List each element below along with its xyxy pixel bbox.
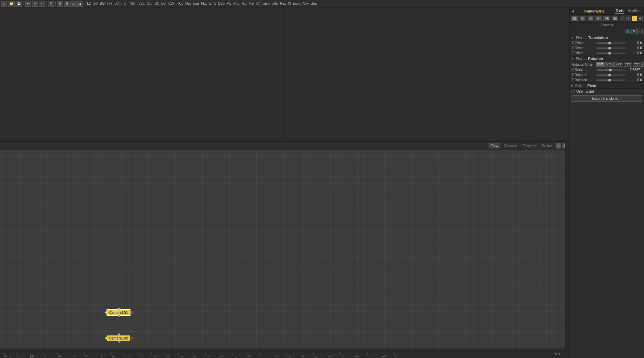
rot-btn-zyx[interactable]: ZYX	[642, 62, 644, 67]
settings-icon-2[interactable]: ⚙	[638, 16, 643, 21]
scene-btn-s3[interactable]: S3	[587, 16, 594, 21]
x-offset-handle[interactable]	[608, 42, 611, 44]
rot-btn-yxz[interactable]: YXZ	[614, 62, 623, 67]
rot-btn-zxy[interactable]: ZXY	[633, 62, 642, 67]
svg-text:580: 580	[381, 355, 386, 358]
translation-pick[interactable]: Pick....	[575, 36, 587, 40]
toolbar-sep-3	[55, 1, 56, 6]
toolbar-redo-icon[interactable]: ↪	[32, 1, 38, 7]
scene-btn-s6[interactable]: S6	[611, 16, 618, 21]
scene-btn-s4[interactable]: S4	[595, 16, 602, 21]
arrow-icon[interactable]: →	[620, 16, 625, 21]
z-rotation-slider[interactable]	[596, 79, 625, 81]
toolbar-open-btn[interactable]: 📁	[8, 1, 15, 7]
y-rotation-handle[interactable]	[608, 74, 611, 76]
y-rotation-row: Y Rotation 0.0	[569, 72, 644, 77]
toolbar-box-btn[interactable]: □	[70, 1, 77, 7]
info-icon-2[interactable]: i	[637, 29, 643, 34]
mode-raz: Raz	[279, 2, 287, 5]
use-target-checkbox[interactable]	[572, 90, 575, 93]
right-panel: ◀ Camera3D1 Tools Modifiers S1 S2 S3 S4 …	[569, 7, 644, 358]
mode-ply: Ply	[226, 2, 232, 5]
mode-3m: 3m	[123, 2, 129, 5]
svg-text:320: 320	[206, 355, 211, 358]
y-rotation-track[interactable]	[596, 74, 625, 76]
viewport-right[interactable]	[285, 7, 569, 141]
z-offset-handle[interactable]	[608, 52, 611, 55]
rot-btn-xyz[interactable]: XYZ	[596, 62, 605, 67]
camera-node-1[interactable]: Camera3D1	[105, 310, 133, 315]
tab-modifiers[interactable]: Modifiers	[627, 9, 642, 13]
bottom-vertical-scrollbar[interactable]	[565, 142, 569, 353]
use-target-row: Use Target	[569, 89, 644, 94]
import-transform-btn[interactable]: Import Transform....	[572, 95, 642, 102]
z-offset-slider[interactable]	[596, 53, 625, 54]
node-connector-top-1[interactable]	[118, 308, 120, 310]
pivot-pick[interactable]: Pick....	[575, 84, 586, 88]
toolbar-x-btn[interactable]: ✗	[48, 1, 54, 7]
toolbar-file-btn[interactable]: □	[1, 1, 7, 7]
person-icon[interactable]: 👤	[625, 29, 631, 34]
camera-node-2[interactable]: Camera3D2	[105, 335, 133, 341]
info-icon[interactable]: i	[556, 143, 561, 149]
scene-btn-s1[interactable]: S1	[571, 16, 578, 21]
tab-tools[interactable]: Tools	[615, 9, 624, 13]
collapse-icon[interactable]: ◀	[572, 9, 574, 13]
mode-prn: pRn	[271, 2, 279, 5]
scene-btn-s2[interactable]: S2	[579, 16, 586, 21]
toolbar-save-btn[interactable]: 💾	[16, 1, 22, 7]
node-body-1[interactable]: Camera3D1	[107, 310, 130, 315]
bottom-horizontal-scrollbar[interactable]	[0, 349, 565, 353]
viewport-left[interactable]	[0, 7, 285, 141]
ruler-svg: 2040608010012014016018020022024026028030…	[0, 353, 405, 358]
y-rotation-slider[interactable]	[596, 74, 625, 76]
toolbar-cut-icon[interactable]: ✂	[39, 1, 45, 7]
y-offset-slider[interactable]	[596, 47, 625, 49]
toolbar-grid2-btn[interactable]: ⊟	[64, 1, 70, 7]
scene-btn-s5[interactable]: S5	[603, 16, 610, 21]
tab-flow[interactable]: Flow	[489, 143, 500, 149]
tab-timeline[interactable]: Timeline	[521, 143, 538, 149]
mode-bg: BG	[99, 2, 105, 5]
x-rotation-row: X Rotation 7.56871	[569, 67, 644, 72]
flow-canvas[interactable]: Camera3D1 Camera3D2	[0, 150, 569, 353]
node-connector-top-2[interactable]	[118, 333, 120, 335]
y-offset-track[interactable]	[596, 47, 625, 49]
translation-header[interactable]: ▼ Pick.... Translation	[569, 35, 644, 40]
x-offset-slider[interactable]	[596, 42, 625, 44]
y-offset-handle[interactable]	[608, 47, 611, 50]
right-panel-header: ◀ Camera3D1 Tools Modifiers	[569, 7, 644, 15]
add-icon[interactable]: +	[626, 16, 631, 21]
rot-btn-yzx[interactable]: YZX	[624, 62, 633, 67]
svg-text:80: 80	[44, 355, 47, 358]
x-offset-track[interactable]	[596, 42, 625, 44]
toolbar-grid-btn[interactable]: ⊞	[57, 1, 63, 7]
x-rotation-handle[interactable]	[609, 69, 612, 71]
z-rotation-track[interactable]	[596, 79, 625, 81]
mode-impo: impo	[293, 2, 301, 5]
pivot-header[interactable]: ▶ Pick.... Pivot	[569, 83, 644, 88]
toolbar-tri-btn[interactable]: ▲	[77, 1, 83, 7]
svg-text:420: 420	[273, 355, 278, 358]
z-offset-track[interactable]	[596, 53, 625, 54]
svg-text:460: 460	[300, 355, 305, 358]
toolbar-undo-icon[interactable]: ↩	[25, 1, 31, 7]
rotation-pick[interactable]: Pick....	[575, 57, 587, 61]
mode-flu: FLU	[200, 2, 208, 5]
color-icon[interactable]	[632, 16, 637, 21]
gear-icon-2[interactable]: ⚙	[631, 29, 637, 34]
tab-spline[interactable]: Spline	[540, 143, 554, 149]
pivot-arrow: ▶	[571, 84, 573, 87]
node-body-2[interactable]: Camera3D2	[107, 335, 130, 341]
mode-3rn: 3Rn	[130, 2, 137, 5]
node-connector-bottom-2[interactable]	[118, 341, 120, 343]
rotation-header[interactable]: ▼ Pick.... Rotation	[569, 56, 644, 61]
x-rotation-slider[interactable]	[596, 69, 625, 71]
mode-3sl: 3SL	[138, 2, 145, 5]
node-connector-bottom-1[interactable]	[118, 315, 120, 317]
z-rotation-handle[interactable]	[608, 79, 611, 82]
rot-btn-xzy[interactable]: XZY	[605, 62, 614, 67]
tab-console[interactable]: Console	[502, 143, 519, 149]
use-target-label: Use Target	[576, 89, 594, 93]
x-rotation-track[interactable]	[596, 69, 625, 71]
